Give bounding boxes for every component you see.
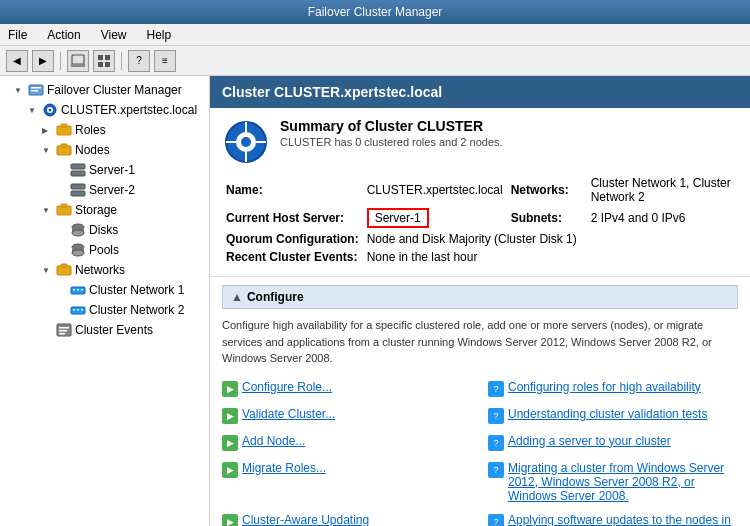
pools-label: Pools (89, 243, 119, 257)
tree-item-nodes[interactable]: ▼ Nodes (0, 140, 209, 160)
svg-rect-39 (73, 309, 75, 311)
server2-label: Server-2 (89, 183, 135, 197)
roles-label: Roles (75, 123, 106, 137)
tree-item-pools[interactable]: Pools (0, 240, 209, 260)
cn1-icon (70, 282, 86, 298)
title-bar: Failover Cluster Manager (0, 0, 750, 24)
svg-rect-8 (31, 90, 38, 92)
server1-icon (70, 162, 86, 178)
menu-view[interactable]: View (97, 26, 131, 44)
svg-rect-33 (61, 264, 67, 267)
configure-role-link[interactable]: Configure Role... (242, 380, 332, 394)
menu-help[interactable]: Help (143, 26, 176, 44)
action-validate-cluster: ▶ Validate Cluster... (222, 404, 472, 427)
svg-point-31 (72, 250, 84, 256)
events-icon (56, 322, 72, 338)
configure-section: ▲ Configure Configure high availability … (210, 277, 750, 526)
svg-point-22 (82, 186, 84, 188)
svg-rect-15 (61, 144, 67, 147)
understanding-validation-icon: ? (488, 408, 504, 424)
configure-description: Configure high availability for a specif… (222, 317, 738, 367)
storage-icon (56, 202, 72, 218)
refresh-button[interactable] (67, 50, 89, 72)
svg-rect-0 (72, 55, 84, 64)
svg-rect-36 (77, 289, 79, 291)
menu-file[interactable]: File (4, 26, 31, 44)
storage-label: Storage (75, 203, 117, 217)
nodes-label: Nodes (75, 143, 110, 157)
name-value: CLUSTER.xpertstec.local (363, 174, 507, 206)
server1-label: Server-1 (89, 163, 135, 177)
help-button[interactable]: ? (128, 50, 150, 72)
applying-updates-icon: ? (488, 514, 504, 527)
networks-label: Networks (75, 263, 125, 277)
tree-item-networks[interactable]: ▼ Networks (0, 260, 209, 280)
tree-item-events[interactable]: Cluster Events (0, 320, 209, 340)
validate-cluster-link[interactable]: Validate Cluster... (242, 407, 335, 421)
applying-updates-link[interactable]: Applying software updates to the nodes i… (508, 513, 738, 527)
options-button[interactable]: ≡ (154, 50, 176, 72)
tree-item-fcm[interactable]: ▼ Failover Cluster Manager (0, 80, 209, 100)
main-layout: ▼ Failover Cluster Manager ▼ (0, 76, 750, 526)
quorum-label: Quorum Configuration: (222, 230, 363, 248)
link-applying-updates: ? Applying software updates to the nodes… (488, 510, 738, 527)
svg-rect-4 (98, 62, 103, 67)
svg-rect-1 (71, 64, 85, 67)
expand-networks[interactable]: ▼ (42, 266, 56, 275)
add-node-link[interactable]: Add Node... (242, 434, 305, 448)
cluster-summary-icon (222, 118, 270, 166)
svg-rect-7 (31, 87, 41, 89)
disks-icon (70, 222, 86, 238)
back-button[interactable]: ◀ (6, 50, 28, 72)
tree-item-cn2[interactable]: Cluster Network 2 (0, 300, 209, 320)
svg-rect-41 (81, 309, 83, 311)
tree-item-server2[interactable]: Server-2 (0, 180, 209, 200)
grid-button[interactable] (93, 50, 115, 72)
expand-fcm[interactable]: ▼ (14, 86, 28, 95)
right-panel: Cluster CLUSTER.xpertstec.local (210, 76, 750, 526)
understanding-validation-link[interactable]: Understanding cluster validation tests (508, 407, 707, 421)
tree-item-disks[interactable]: Disks (0, 220, 209, 240)
configure-header: ▲ Configure (222, 285, 738, 309)
forward-button[interactable]: ▶ (32, 50, 54, 72)
configure-title: Configure (247, 290, 304, 304)
cluster-aware-link[interactable]: Cluster-Aware Updating (242, 513, 369, 527)
cn1-label: Cluster Network 1 (89, 283, 184, 297)
expand-storage[interactable]: ▼ (42, 206, 56, 215)
expand-cluster[interactable]: ▼ (28, 106, 42, 115)
title-text: Failover Cluster Manager (308, 5, 443, 19)
expand-roles[interactable]: ▶ (42, 126, 56, 135)
migrate-roles-icon: ▶ (222, 462, 238, 478)
host-value-text: Server-1 (367, 208, 429, 228)
summary-row-quorum: Quorum Configuration: Node and Disk Majo… (222, 230, 738, 248)
fcm-label: Failover Cluster Manager (47, 83, 182, 97)
svg-point-28 (72, 230, 84, 236)
configure-role-icon: ▶ (222, 381, 238, 397)
configuring-roles-link[interactable]: Configuring roles for high availability (508, 380, 701, 394)
link-adding-server: ? Adding a server to your cluster (488, 431, 738, 454)
toolbar-separator-2 (121, 52, 122, 70)
subnets-value: 2 IPv4 and 0 IPv6 (587, 206, 738, 230)
adding-server-link[interactable]: Adding a server to your cluster (508, 434, 671, 448)
tree-item-cn1[interactable]: Cluster Network 1 (0, 280, 209, 300)
link-understanding-validation: ? Understanding cluster validation tests (488, 404, 738, 427)
name-label: Name: (222, 174, 363, 206)
tree-item-cluster[interactable]: ▼ CLUSTER.xpertstec.local (0, 100, 209, 120)
panel-header: Cluster CLUSTER.xpertstec.local (210, 76, 750, 108)
events-label-row: Recent Cluster Events: (222, 248, 363, 266)
disks-label: Disks (89, 223, 118, 237)
svg-rect-25 (61, 204, 67, 207)
menu-action[interactable]: Action (43, 26, 84, 44)
tree-item-storage[interactable]: ▼ Storage (0, 200, 209, 220)
svg-rect-3 (105, 55, 110, 60)
action-add-node: ▶ Add Node... (222, 431, 472, 454)
adding-server-icon: ? (488, 435, 504, 451)
migrate-roles-link[interactable]: Migrate Roles... (242, 461, 326, 475)
svg-rect-37 (81, 289, 83, 291)
fcm-icon (28, 82, 44, 98)
expand-nodes[interactable]: ▼ (42, 146, 56, 155)
tree-item-server1[interactable]: Server-1 (0, 160, 209, 180)
tree-item-roles[interactable]: ▶ Roles (0, 120, 209, 140)
migrating-cluster-link[interactable]: Migrating a cluster from Windows Server … (508, 461, 738, 503)
networks-label: Networks: (507, 174, 587, 206)
